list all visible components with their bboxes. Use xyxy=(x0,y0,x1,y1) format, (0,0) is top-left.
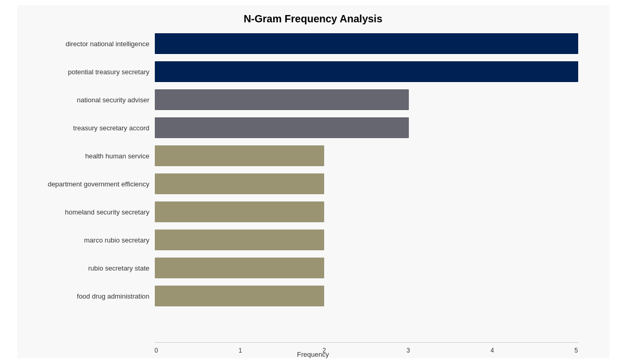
chart-title: N-Gram Frequency Analysis xyxy=(17,10,609,25)
x-axis-title: Frequency xyxy=(297,350,329,358)
bar-track xyxy=(155,145,578,166)
x-axis-tick-label: 4 xyxy=(490,347,494,354)
bar-track xyxy=(155,173,578,194)
bar-label: food drug administration xyxy=(22,292,155,300)
bar-track xyxy=(155,201,578,222)
bar-fill xyxy=(155,286,324,306)
bar-track xyxy=(155,258,578,278)
bar-fill xyxy=(155,117,409,138)
x-axis-labels: 012345 xyxy=(155,347,578,354)
chart-container: N-Gram Frequency Analysis director natio… xyxy=(17,5,609,358)
bar-track xyxy=(155,230,578,250)
bar-label: director national intelligence xyxy=(22,40,155,48)
bar-track xyxy=(155,61,578,82)
bar-fill xyxy=(155,61,578,82)
bar-row: treasury secretary accord xyxy=(22,114,578,141)
bar-label: department government efficiency xyxy=(22,180,155,188)
bar-row: homeland security secretary xyxy=(22,198,578,225)
bar-row: national security adviser xyxy=(22,86,578,113)
bar-row: department government efficiency xyxy=(22,170,578,197)
bar-row: health human service xyxy=(22,142,578,169)
bar-track xyxy=(155,89,578,110)
bar-fill xyxy=(155,230,324,250)
bar-fill xyxy=(155,89,409,110)
bar-label: health human service xyxy=(22,152,155,160)
bar-fill xyxy=(155,173,324,194)
bar-label: homeland security secretary xyxy=(22,208,155,216)
bar-track xyxy=(155,286,578,306)
x-axis-tick-label: 3 xyxy=(406,347,410,354)
bar-row: director national intelligence xyxy=(22,30,578,57)
bar-label: marco rubio secretary xyxy=(22,236,155,244)
bar-track xyxy=(155,117,578,138)
x-axis-tick-label: 5 xyxy=(575,347,578,354)
bar-fill xyxy=(155,201,324,222)
x-axis-tick-label: 1 xyxy=(238,347,242,354)
bar-fill xyxy=(155,33,578,54)
bar-row: potential treasury secretary xyxy=(22,58,578,85)
x-axis-tick-label: 0 xyxy=(155,347,158,354)
bar-fill xyxy=(155,145,324,166)
bar-fill xyxy=(155,258,324,278)
bar-row: rubio secretary state xyxy=(22,254,578,281)
bar-label: potential treasury secretary xyxy=(22,68,155,76)
bar-row: marco rubio secretary xyxy=(22,226,578,253)
bar-track xyxy=(155,33,578,54)
chart-area: director national intelligencepotential … xyxy=(17,30,609,309)
bar-label: treasury secretary accord xyxy=(22,124,155,132)
bar-row: food drug administration xyxy=(22,282,578,309)
x-axis xyxy=(155,342,578,343)
bar-label: rubio secretary state xyxy=(22,264,155,272)
bar-label: national security adviser xyxy=(22,96,155,104)
